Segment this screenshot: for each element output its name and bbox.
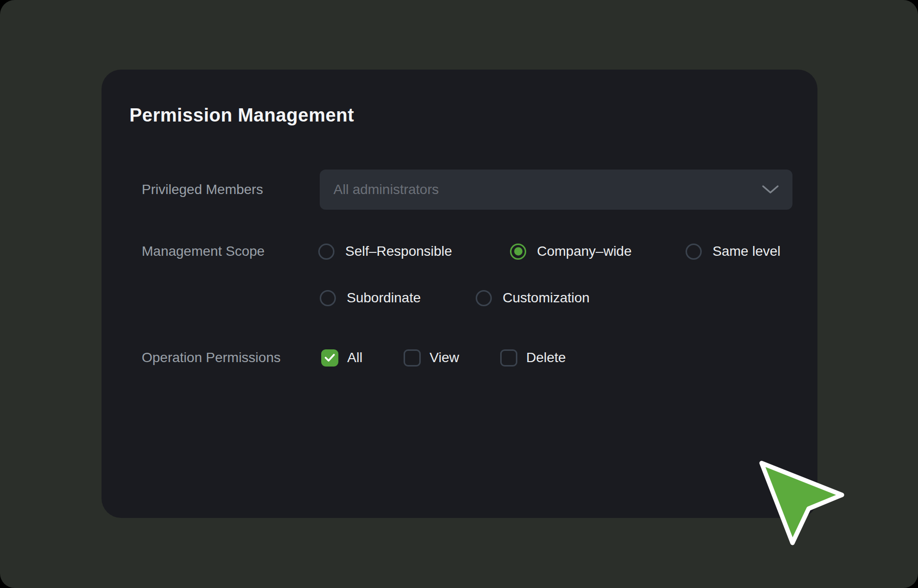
radio-subordinate[interactable]: Subordinate	[320, 287, 421, 309]
radio-label: Same level	[713, 244, 781, 259]
radio-circle-icon	[476, 290, 492, 306]
radio-customization[interactable]: Customization	[476, 287, 589, 309]
radio-label: Company–wide	[537, 244, 632, 259]
radio-circle-icon	[320, 290, 336, 306]
radio-self-responsible[interactable]: Self–Responsible	[318, 241, 452, 262]
page-title: Permission Management	[129, 105, 354, 126]
management-scope-radio-row-2: Subordinate Customization	[102, 287, 817, 309]
checkbox-label: All	[347, 350, 362, 366]
permission-management-panel: Permission Management Privileged Members…	[102, 70, 817, 518]
operation-permissions-row: All View Delete	[102, 347, 817, 368]
privileged-members-label: Privileged Members	[142, 170, 263, 210]
management-scope-radio-row-1: Self–Responsible Company–wide Same level	[102, 241, 817, 262]
checkmark-icon	[324, 353, 335, 362]
radio-label: Self–Responsible	[345, 244, 452, 259]
checkbox-icon	[321, 349, 338, 367]
radio-same-level[interactable]: Same level	[686, 241, 781, 262]
radio-company-wide[interactable]: Company–wide	[510, 241, 632, 262]
radio-circle-icon	[318, 244, 334, 260]
radio-label: Subordinate	[347, 290, 421, 306]
chevron-down-icon	[762, 185, 779, 194]
privileged-members-select[interactable]: All administrators	[320, 170, 792, 210]
checkbox-all[interactable]: All	[321, 347, 362, 368]
radio-label: Customization	[503, 290, 589, 306]
checkbox-delete[interactable]: Delete	[500, 347, 566, 368]
checkbox-view[interactable]: View	[404, 347, 459, 368]
checkbox-icon	[500, 349, 517, 367]
privileged-members-placeholder: All administrators	[333, 182, 762, 197]
radio-circle-icon	[686, 244, 702, 260]
checkbox-label: View	[430, 350, 459, 366]
checkbox-icon	[404, 349, 421, 367]
page-background: Permission Management Privileged Members…	[0, 0, 918, 588]
checkbox-label: Delete	[526, 350, 566, 366]
radio-circle-icon	[510, 244, 526, 260]
